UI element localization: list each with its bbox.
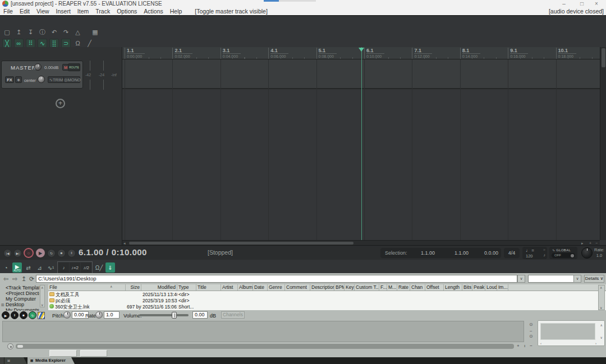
list-scroll-down-icon[interactable]: ∨ (600, 306, 602, 310)
time-signature[interactable]: 4/4 (504, 248, 520, 258)
new-project-icon[interactable]: ▢ (2, 27, 12, 36)
details-dropdown[interactable]: Details ∨ (584, 275, 604, 283)
column-header-artist[interactable]: Artist (221, 284, 238, 291)
column-header-offset[interactable]: Offset (425, 284, 444, 291)
preview-option-top-icon[interactable]: ⊙ (529, 322, 533, 327)
column-header-date[interactable]: Date (253, 284, 268, 291)
column-header-key[interactable]: Key (345, 284, 355, 291)
master-trim-button[interactable]: ∿TRIM (48, 76, 65, 83)
envelope-points-icon[interactable]: ∿ (38, 39, 47, 48)
column-header-comment[interactable]: Comment (285, 284, 310, 291)
tab-close-icon[interactable]: ⊠ (30, 359, 33, 362)
docker-handle[interactable] (0, 357, 4, 364)
menu-file[interactable]: File (0, 8, 16, 15)
snap-magnet-icon[interactable]: ⊃ (61, 39, 71, 48)
menu-view[interactable]: View (33, 8, 53, 15)
docker-tab-mixer[interactable]: ⊠ Mixer (4, 357, 27, 364)
master-fx-settings-icon[interactable]: ∗ (15, 76, 22, 83)
tree-item--project-directory-[interactable]: <Project Directory> (1, 291, 39, 296)
minimize-button[interactable]: – (558, 0, 570, 7)
volume-input[interactable]: 0.00 (192, 311, 208, 319)
playrate-value[interactable]: 1.0 (594, 253, 605, 258)
repeat-button[interactable]: ↻ (47, 249, 56, 257)
timeline-ruler[interactable]: 1.10:00.0002.10:02.0003.10:04.0004.10:06… (122, 47, 606, 59)
column-header-description[interactable]: Description (310, 284, 334, 291)
file-row[interactable]: pc必须2025/3/19 10:53:03<dir> (48, 298, 606, 304)
menu-insert[interactable]: Insert (53, 8, 74, 15)
master-volume-knob[interactable] (34, 63, 42, 71)
open-project-icon[interactable]: ↥ (14, 27, 24, 36)
pencil-icon[interactable]: ╱ (85, 39, 94, 48)
file-row[interactable]: 360安全卫士.lnk697 byt...2025/11/6 15:06:24S… (48, 304, 606, 310)
column-header-customt[interactable]: Custom T... (355, 284, 379, 291)
master-mono-button[interactable]: ◎MONO (63, 76, 80, 83)
menu-edit[interactable]: Edit (16, 8, 33, 15)
preview-hscroll-thumb[interactable] (17, 345, 23, 348)
go-to-start-button[interactable]: |◀ (3, 249, 12, 257)
file-row[interactable]: 文档及工具2025/11/13 13:40:42<dir> (48, 292, 606, 298)
column-header-f[interactable]: F... (379, 284, 387, 291)
selection-start[interactable]: 1.1.00 (421, 248, 435, 258)
column-header-file[interactable]: File∧ (48, 284, 126, 291)
preview-scroll-home-button[interactable] (7, 343, 13, 349)
arrange-hscroll-thumb[interactable] (129, 242, 354, 245)
column-header-im[interactable]: Im... (497, 284, 508, 291)
tree-scroll-down-icon[interactable]: ∨ (41, 303, 43, 307)
preview-horizontal-scrollbar[interactable] (16, 344, 514, 349)
ripple-edit-icon[interactable]: ⠿ (26, 39, 35, 48)
dock-button[interactable]: ⇓ (105, 262, 115, 273)
column-header-type[interactable]: Type (177, 284, 196, 291)
global-automation-box[interactable]: ∿ GLOBAL OFF (549, 247, 577, 259)
audio-status[interactable]: [audio device closed] (549, 8, 604, 15)
column-header-peak[interactable]: Peak... (472, 284, 485, 291)
tempo-readout-button-2[interactable] (80, 350, 107, 357)
tempo-match-off-button[interactable]: ♪ (58, 262, 69, 273)
autoplay-button[interactable]: ▶AUTO (12, 262, 22, 273)
media-preview-icon[interactable]: ◔ (1, 262, 11, 273)
path-input[interactable]: C:\Users\a1991\Desktop (36, 275, 517, 283)
arrange-vertical-scrollbar[interactable] (600, 47, 606, 240)
rate-knob[interactable] (95, 311, 103, 319)
global-automation-toggle[interactable]: OFF (552, 253, 575, 258)
undo-icon[interactable]: ↶ (49, 27, 59, 36)
arrange-vscroll-thumb[interactable] (602, 48, 605, 67)
maximize-button[interactable]: □ (576, 0, 588, 7)
column-header-rate[interactable]: Rate (397, 284, 410, 291)
column-header-m[interactable]: M... (387, 284, 397, 291)
menu-item[interactable]: Item (74, 8, 92, 15)
docker-tab-media-explorer[interactable]: ⊠ Media Explorer (27, 357, 75, 364)
arrange-horizontal-scrollbar[interactable]: ◂ ▸ + − (122, 240, 600, 245)
tempo-match-double-button[interactable]: ♪×2 (70, 262, 80, 273)
grid-overlay-icon[interactable]: ▦ (90, 27, 100, 36)
rate-input[interactable]: 1.0 (104, 311, 120, 319)
infobox-scroll-down-icon[interactable]: ∨ (600, 335, 603, 339)
tree-item-my-computer[interactable]: My Computer (1, 296, 39, 302)
column-header-genre[interactable]: Genre (268, 284, 285, 291)
close-button[interactable]: × (590, 0, 603, 7)
infobox-scroll-left-icon[interactable]: ‹ (540, 342, 541, 345)
grid-snap-icon[interactable]: ⣿ (49, 39, 59, 48)
tempo-sync-icon[interactable] (38, 312, 45, 319)
preview-zoom-controls[interactable]: + ı − (517, 343, 534, 348)
menu-actions[interactable]: Actions (140, 8, 166, 15)
column-header-length[interactable]: Length (444, 284, 462, 291)
tree-scroll-up-icon[interactable]: ∧ (41, 285, 43, 289)
edit-cursor-marker[interactable] (359, 48, 364, 52)
filter-dropdown-icon[interactable]: ∨ (573, 275, 581, 283)
preview-option-mid-icon[interactable]: − (530, 329, 532, 334)
start-on-bar-icon[interactable]: ⇄ (24, 262, 33, 273)
lock-icon[interactable]: Ω (73, 39, 82, 48)
bpm-mini-up-icon[interactable]: ▹ (544, 247, 545, 251)
menu-help[interactable]: Help (167, 8, 186, 15)
transport-position[interactable]: 6.1.00 / 0:10.000 (79, 247, 147, 257)
tab-close-icon[interactable]: ⊠ (7, 359, 10, 362)
record-button[interactable]: ○ (24, 248, 34, 258)
refresh-button[interactable]: ⟳ (29, 275, 34, 283)
infobox-scroll-right-icon[interactable]: › (595, 342, 596, 345)
tree-item-desktop[interactable]: ⊞Desktop (1, 302, 39, 307)
go-to-end-button[interactable]: ▶| (13, 249, 22, 257)
bpm-value[interactable]: 120 (526, 254, 533, 259)
preview-stop-button[interactable]: ■ (20, 311, 27, 319)
path-dropdown-icon[interactable]: ∨ (517, 275, 525, 283)
preview-loop-button[interactable]: ↻ (29, 311, 36, 319)
